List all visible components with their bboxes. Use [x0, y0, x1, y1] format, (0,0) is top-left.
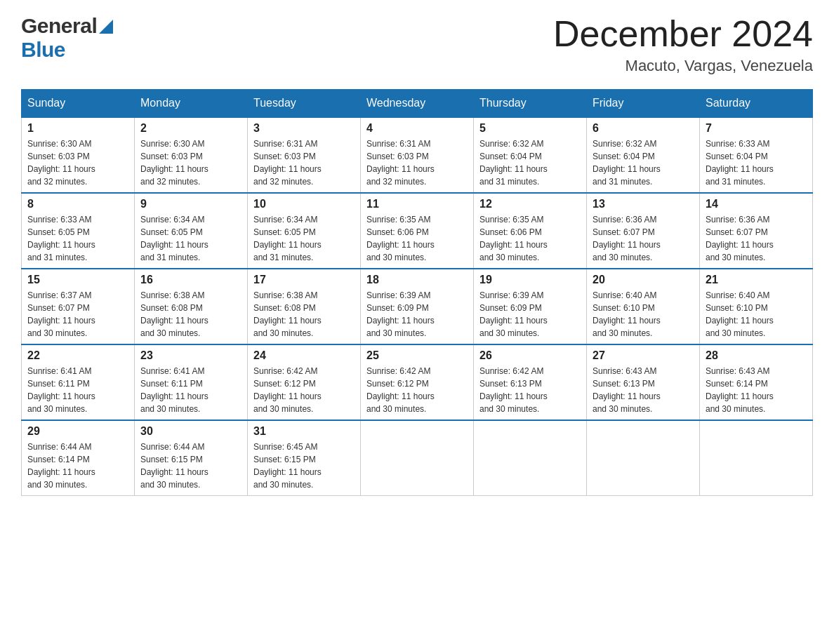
table-row: 21 Sunrise: 6:40 AM Sunset: 6:10 PM Dayl…: [700, 269, 813, 344]
day-number: 15: [27, 274, 128, 286]
col-tuesday: Tuesday: [248, 90, 361, 118]
day-info: Sunrise: 6:35 AM Sunset: 6:06 PM Dayligh…: [366, 213, 468, 264]
day-info: Sunrise: 6:39 AM Sunset: 6:09 PM Dayligh…: [366, 289, 468, 340]
table-row: 12 Sunrise: 6:35 AM Sunset: 6:06 PM Dayl…: [474, 193, 587, 269]
table-row: [700, 420, 813, 496]
day-info: Sunrise: 6:42 AM Sunset: 6:12 PM Dayligh…: [253, 365, 355, 415]
day-number: 26: [479, 349, 581, 362]
day-info: Sunrise: 6:33 AM Sunset: 6:04 PM Dayligh…: [706, 137, 807, 188]
col-friday: Friday: [587, 90, 700, 118]
day-number: 28: [706, 349, 807, 362]
table-row: 10 Sunrise: 6:34 AM Sunset: 6:05 PM Dayl…: [248, 193, 361, 269]
day-number: 23: [140, 349, 241, 362]
table-row: 7 Sunrise: 6:33 AM Sunset: 6:04 PM Dayli…: [700, 117, 813, 193]
page-header: General Blue December 2024 Macuto, Varga…: [21, 14, 813, 75]
table-row: 23 Sunrise: 6:41 AM Sunset: 6:11 PM Dayl…: [135, 344, 248, 420]
day-number: 27: [593, 349, 694, 362]
table-row: 8 Sunrise: 6:33 AM Sunset: 6:05 PM Dayli…: [22, 193, 135, 269]
day-info: Sunrise: 6:36 AM Sunset: 6:07 PM Dayligh…: [593, 213, 694, 264]
day-number: 6: [593, 122, 694, 135]
table-row: 4 Sunrise: 6:31 AM Sunset: 6:03 PM Dayli…: [361, 117, 474, 193]
table-row: 27 Sunrise: 6:43 AM Sunset: 6:13 PM Dayl…: [587, 344, 700, 420]
table-row: 13 Sunrise: 6:36 AM Sunset: 6:07 PM Dayl…: [587, 193, 700, 269]
table-row: 31 Sunrise: 6:45 AM Sunset: 6:15 PM Dayl…: [248, 420, 361, 496]
day-number: 18: [366, 274, 468, 286]
day-info: Sunrise: 6:43 AM Sunset: 6:13 PM Dayligh…: [593, 365, 694, 415]
day-number: 19: [479, 274, 581, 286]
day-info: Sunrise: 6:42 AM Sunset: 6:13 PM Dayligh…: [479, 365, 581, 415]
calendar-week-row: 1 Sunrise: 6:30 AM Sunset: 6:03 PM Dayli…: [22, 117, 813, 193]
day-number: 30: [140, 425, 241, 438]
day-number: 5: [479, 122, 581, 135]
day-info: Sunrise: 6:42 AM Sunset: 6:12 PM Dayligh…: [366, 365, 468, 415]
day-info: Sunrise: 6:40 AM Sunset: 6:10 PM Dayligh…: [706, 289, 807, 340]
day-number: 7: [706, 122, 807, 135]
day-number: 16: [140, 274, 241, 286]
day-number: 11: [366, 198, 468, 210]
table-row: 19 Sunrise: 6:39 AM Sunset: 6:09 PM Dayl…: [474, 269, 587, 344]
col-sunday: Sunday: [22, 90, 135, 118]
day-number: 31: [253, 425, 355, 438]
day-info: Sunrise: 6:41 AM Sunset: 6:11 PM Dayligh…: [140, 365, 241, 415]
calendar-week-row: 22 Sunrise: 6:41 AM Sunset: 6:11 PM Dayl…: [22, 344, 813, 420]
table-row: 15 Sunrise: 6:37 AM Sunset: 6:07 PM Dayl…: [22, 269, 135, 344]
day-info: Sunrise: 6:32 AM Sunset: 6:04 PM Dayligh…: [479, 137, 581, 188]
day-info: Sunrise: 6:36 AM Sunset: 6:07 PM Dayligh…: [706, 213, 807, 264]
table-row: [587, 420, 700, 496]
table-row: 20 Sunrise: 6:40 AM Sunset: 6:10 PM Dayl…: [587, 269, 700, 344]
day-info: Sunrise: 6:33 AM Sunset: 6:05 PM Dayligh…: [27, 213, 128, 264]
day-number: 21: [706, 274, 807, 286]
month-title: December 2024: [553, 14, 813, 54]
table-row: 28 Sunrise: 6:43 AM Sunset: 6:14 PM Dayl…: [700, 344, 813, 420]
title-section: December 2024 Macuto, Vargas, Venezuela: [553, 14, 813, 75]
table-row: 18 Sunrise: 6:39 AM Sunset: 6:09 PM Dayl…: [361, 269, 474, 344]
day-number: 29: [27, 425, 128, 438]
day-number: 12: [479, 198, 581, 210]
col-thursday: Thursday: [474, 90, 587, 118]
day-info: Sunrise: 6:30 AM Sunset: 6:03 PM Dayligh…: [140, 137, 241, 188]
day-number: 10: [253, 198, 355, 210]
location-title: Macuto, Vargas, Venezuela: [553, 57, 813, 75]
day-info: Sunrise: 6:35 AM Sunset: 6:06 PM Dayligh…: [479, 213, 581, 264]
table-row: [361, 420, 474, 496]
day-info: Sunrise: 6:44 AM Sunset: 6:14 PM Dayligh…: [27, 441, 128, 491]
day-info: Sunrise: 6:44 AM Sunset: 6:15 PM Dayligh…: [140, 441, 241, 491]
table-row: 30 Sunrise: 6:44 AM Sunset: 6:15 PM Dayl…: [135, 420, 248, 496]
day-number: 2: [140, 122, 241, 135]
day-info: Sunrise: 6:37 AM Sunset: 6:07 PM Dayligh…: [27, 289, 128, 340]
table-row: 24 Sunrise: 6:42 AM Sunset: 6:12 PM Dayl…: [248, 344, 361, 420]
day-info: Sunrise: 6:32 AM Sunset: 6:04 PM Dayligh…: [593, 137, 694, 188]
day-number: 1: [27, 122, 128, 135]
calendar-table: Sunday Monday Tuesday Wednesday Thursday…: [21, 89, 813, 496]
table-row: 2 Sunrise: 6:30 AM Sunset: 6:03 PM Dayli…: [135, 117, 248, 193]
day-number: 4: [366, 122, 468, 135]
day-number: 13: [593, 198, 694, 210]
day-number: 17: [253, 274, 355, 286]
day-info: Sunrise: 6:38 AM Sunset: 6:08 PM Dayligh…: [140, 289, 241, 340]
day-info: Sunrise: 6:34 AM Sunset: 6:05 PM Dayligh…: [253, 213, 355, 264]
day-number: 3: [253, 122, 355, 135]
day-number: 22: [27, 349, 128, 362]
day-info: Sunrise: 6:30 AM Sunset: 6:03 PM Dayligh…: [27, 137, 128, 188]
day-number: 9: [140, 198, 241, 210]
day-number: 25: [366, 349, 468, 362]
day-number: 14: [706, 198, 807, 210]
table-row: 6 Sunrise: 6:32 AM Sunset: 6:04 PM Dayli…: [587, 117, 700, 193]
table-row: 14 Sunrise: 6:36 AM Sunset: 6:07 PM Dayl…: [700, 193, 813, 269]
table-row: 29 Sunrise: 6:44 AM Sunset: 6:14 PM Dayl…: [22, 420, 135, 496]
table-row: 9 Sunrise: 6:34 AM Sunset: 6:05 PM Dayli…: [135, 193, 248, 269]
day-info: Sunrise: 6:34 AM Sunset: 6:05 PM Dayligh…: [140, 213, 241, 264]
logo-triangle-icon: [99, 20, 113, 34]
table-row: 26 Sunrise: 6:42 AM Sunset: 6:13 PM Dayl…: [474, 344, 587, 420]
calendar-week-row: 8 Sunrise: 6:33 AM Sunset: 6:05 PM Dayli…: [22, 193, 813, 269]
logo: General Blue: [21, 14, 113, 62]
logo-general: General: [21, 14, 97, 38]
table-row: 25 Sunrise: 6:42 AM Sunset: 6:12 PM Dayl…: [361, 344, 474, 420]
day-number: 20: [593, 274, 694, 286]
table-row: [474, 420, 587, 496]
col-wednesday: Wednesday: [361, 90, 474, 118]
day-info: Sunrise: 6:39 AM Sunset: 6:09 PM Dayligh…: [479, 289, 581, 340]
day-info: Sunrise: 6:43 AM Sunset: 6:14 PM Dayligh…: [706, 365, 807, 415]
table-row: 17 Sunrise: 6:38 AM Sunset: 6:08 PM Dayl…: [248, 269, 361, 344]
table-row: 11 Sunrise: 6:35 AM Sunset: 6:06 PM Dayl…: [361, 193, 474, 269]
